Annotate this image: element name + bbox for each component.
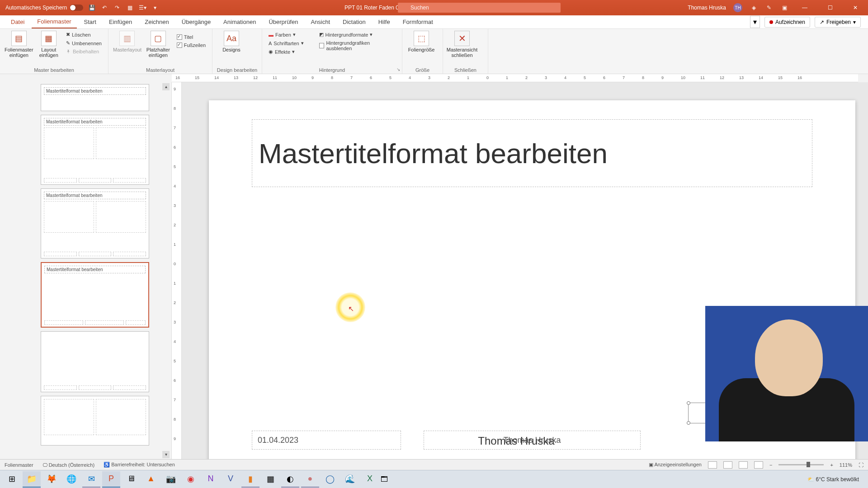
resize-handle[interactable] <box>687 401 690 405</box>
fonts-button[interactable]: ASchriftarten▾ <box>267 39 306 47</box>
footer-placeholder[interactable]: Thomas Hruska <box>424 431 641 450</box>
excel-icon[interactable]: X <box>361 471 379 488</box>
app-icon[interactable]: ▦ <box>261 471 279 488</box>
layout-thumbnail[interactable] <box>41 396 149 446</box>
status-accessibility[interactable]: ♿ Barrierefreiheit: Untersuchen <box>104 462 175 468</box>
redo-icon[interactable]: ↷ <box>113 4 121 12</box>
zoom-in-icon[interactable]: + <box>830 462 833 468</box>
tab-animationen[interactable]: Animationen <box>218 16 261 28</box>
footers-checkbox[interactable]: Fußzeilen <box>175 42 208 49</box>
sorter-view-icon[interactable] <box>723 461 732 469</box>
toggle-switch-icon[interactable] <box>70 5 83 11</box>
app-icon[interactable]: ◯ <box>321 471 339 488</box>
resize-handle[interactable] <box>687 421 690 425</box>
undo-icon[interactable]: ↶ <box>100 4 108 12</box>
layout-thumbnail-selected[interactable]: Mastertitelformat bearbeiten <box>41 262 149 328</box>
tab-ansicht[interactable]: Ansicht <box>305 16 335 28</box>
colors-button[interactable]: ▬Farben▾ <box>267 31 306 38</box>
app-icon[interactable]: 🖥 <box>122 471 140 488</box>
chrome-icon[interactable]: 🌐 <box>62 471 80 488</box>
app-icon[interactable]: 🗔 <box>381 475 388 483</box>
title-placeholder[interactable]: Mastertitelformat bearbeiten <box>252 119 812 187</box>
status-language[interactable]: 🖵 Deutsch (Österreich) <box>42 462 95 468</box>
insert-layout-button[interactable]: ▦Layout einfügen <box>38 31 60 58</box>
firefox-icon[interactable]: 🦊 <box>42 471 61 488</box>
vertical-ruler[interactable]: 9876543210123456789 <box>172 82 182 459</box>
tab-zeichnen[interactable]: Zeichnen <box>139 16 174 28</box>
scroll-down-icon[interactable]: ▾ <box>162 451 170 458</box>
tab-ueberpruefen[interactable]: Überprüfen <box>263 16 303 28</box>
ribbon-options-icon[interactable]: ▾ <box>750 16 760 28</box>
weather-widget[interactable]: ⛅ 6°C Stark bewölkt <box>807 476 859 483</box>
insert-slidemaster-button[interactable]: ▤Folienmaster einfügen <box>5 31 33 58</box>
tab-formformat[interactable]: Formformat <box>397 16 439 28</box>
scroll-up-icon[interactable]: ▴ <box>162 83 170 90</box>
diamond-icon[interactable]: ◈ <box>750 4 758 12</box>
app-icon[interactable]: ● <box>301 471 319 488</box>
close-masterview-button[interactable]: ✕Masteransicht schließen <box>448 31 476 58</box>
bgstyles-button[interactable]: ◩Hintergrundformate▾ <box>317 31 397 38</box>
onenote-icon[interactable]: N <box>202 471 220 488</box>
chevron-down-icon: ▾ <box>301 40 304 46</box>
user-name[interactable]: Thomas Hruska <box>688 5 726 11</box>
save-icon[interactable]: 💾 <box>88 4 96 12</box>
rename-button[interactable]: ✎Umbenennen <box>64 39 104 47</box>
title-checkbox[interactable]: Titel <box>175 33 208 41</box>
zoom-level[interactable]: 111% <box>840 462 852 468</box>
tab-uebergaenge[interactable]: Übergänge <box>176 16 216 28</box>
layout-thumbnail[interactable]: Mastertitelformat bearbeiten <box>41 84 149 111</box>
file-explorer-icon[interactable]: 📁 <box>23 471 41 488</box>
obs-icon[interactable]: ◐ <box>281 471 299 488</box>
pen-icon[interactable]: ✎ <box>765 4 773 12</box>
user-avatar[interactable]: TH <box>733 3 742 12</box>
slideshow-view-icon[interactable] <box>754 461 763 469</box>
touch-icon[interactable]: ☰▾ <box>138 4 146 12</box>
window-icon[interactable]: ▣ <box>780 4 788 12</box>
date-placeholder[interactable]: 01.04.2023 <box>252 431 401 450</box>
zoom-out-icon[interactable]: − <box>769 462 772 468</box>
app-icon[interactable]: ◉ <box>182 471 200 488</box>
designs-button[interactable]: AaDesigns <box>217 31 246 52</box>
reading-view-icon[interactable] <box>739 461 748 469</box>
hide-bg-checkbox[interactable]: Hintergrundgrafiken ausblenden <box>317 39 397 52</box>
tab-datei[interactable]: Datei <box>5 16 30 28</box>
layout-thumbnail[interactable]: Mastertitelformat bearbeiten <box>41 115 149 185</box>
record-button[interactable]: Aufzeichnen <box>764 17 810 28</box>
fit-window-icon[interactable]: ⛶ <box>859 462 863 468</box>
layout-thumbnail[interactable]: Mastertitelformat bearbeiten <box>41 188 149 258</box>
insert-placeholder-button[interactable]: ▢Platzhalter einfügen <box>146 31 170 58</box>
display-settings-button[interactable]: ▣ Anzeigeeinstellungen <box>649 462 702 468</box>
normal-view-icon[interactable] <box>708 461 717 469</box>
maximize-button[interactable]: ☐ <box>821 0 839 15</box>
outlook-icon[interactable]: ✉ <box>82 471 100 488</box>
tab-folienmaster[interactable]: Folienmaster <box>32 15 76 28</box>
tab-einfuegen[interactable]: Einfügen <box>104 16 137 28</box>
slide-size-button[interactable]: ⬚Foliengröße <box>407 31 436 52</box>
visio-icon[interactable]: V <box>222 471 240 488</box>
search-input[interactable] <box>398 3 561 13</box>
minimize-button[interactable]: — <box>796 0 814 15</box>
edge-icon[interactable]: 🌊 <box>341 471 359 488</box>
thumbnail-pane[interactable]: ▴ Mastertitelformat bearbeiten Mastertit… <box>0 82 172 459</box>
powerpoint-icon[interactable]: P <box>102 471 120 488</box>
present-icon[interactable]: ▦ <box>126 4 134 12</box>
zoom-slider[interactable] <box>778 464 824 465</box>
delete-button[interactable]: ✖Löschen <box>64 31 104 38</box>
dialog-launcher-icon[interactable]: ↘ <box>396 67 400 72</box>
qat-more-icon[interactable]: ▾ <box>151 4 159 12</box>
tab-start[interactable]: Start <box>79 16 102 28</box>
horizontal-ruler[interactable]: 1615141312111098765432101234567891011121… <box>172 74 858 82</box>
app-icon[interactable]: 📷 <box>162 471 180 488</box>
effects-button[interactable]: ◉Effekte▾ <box>267 48 306 56</box>
layout-thumbnail[interactable] <box>41 331 149 392</box>
status-mode[interactable]: Folienmaster <box>5 462 33 468</box>
start-button[interactable]: ⊞ <box>3 471 21 488</box>
app-icon[interactable]: ▮ <box>241 471 259 488</box>
slide-canvas[interactable]: Mastertitelformat bearbeiten ↖ 01.04.202… <box>182 82 868 459</box>
share-button[interactable]: ↗Freigeben▾ <box>815 17 861 28</box>
tab-hilfe[interactable]: Hilfe <box>373 16 396 28</box>
tab-dictation[interactable]: Dictation <box>337 16 371 28</box>
autosave-toggle[interactable]: Automatisches Speichern <box>5 5 83 11</box>
close-button[interactable]: ✕ <box>846 0 864 15</box>
vlc-icon[interactable]: ▲ <box>142 471 160 488</box>
